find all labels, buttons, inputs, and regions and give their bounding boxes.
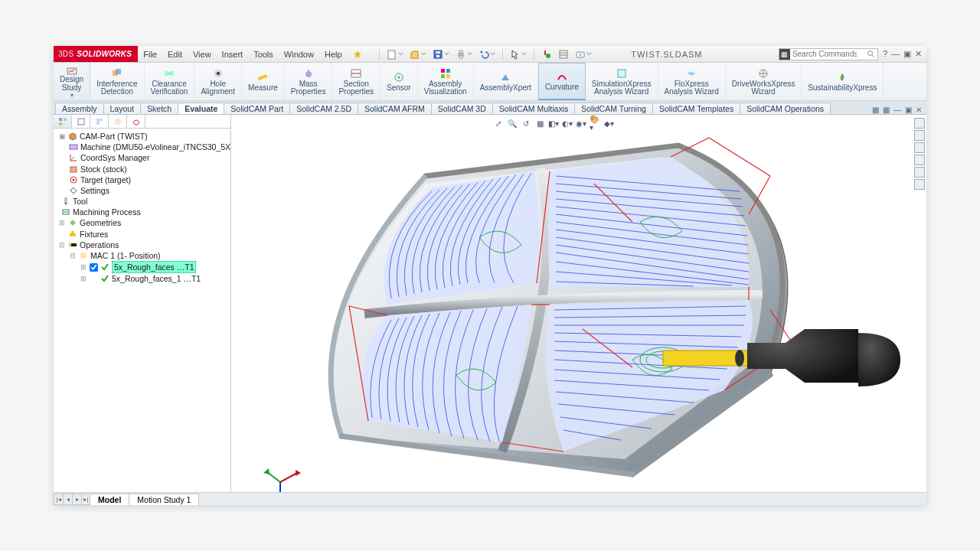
menu-help[interactable]: Help	[319, 50, 348, 59]
restore-icon[interactable]: ▣	[903, 49, 911, 59]
qat-open-icon[interactable]	[408, 48, 428, 60]
ribbon-interference[interactable]: InterferenceDetection	[90, 63, 144, 100]
menu-insert[interactable]: Insert	[217, 50, 249, 59]
tree-expander[interactable]: ⊞	[80, 274, 87, 283]
fm-tab-display[interactable]	[127, 115, 145, 128]
ribbon-assemblyxpert[interactable]: AssemblyXpert	[474, 63, 538, 100]
help-icon[interactable]: ?	[883, 49, 887, 59]
search-input[interactable]	[790, 50, 859, 58]
qat-capture-icon[interactable]	[573, 48, 593, 60]
ribbon-curvature[interactable]: Curvature	[538, 63, 586, 100]
search-commands-box[interactable]: ▦	[779, 48, 878, 60]
ribbon-hole[interactable]: HoleAlignment	[194, 63, 241, 100]
tree-op1-selected[interactable]: 5x_Rough_faces …T1	[112, 261, 196, 273]
menu-file[interactable]: File	[138, 50, 162, 59]
tree-tool[interactable]: Tool	[73, 196, 87, 207]
minimize-icon[interactable]: —	[891, 49, 900, 59]
tree-settings[interactable]: Settings	[80, 185, 109, 196]
qat-undo-icon[interactable]	[477, 48, 497, 60]
tree-expander[interactable]: ⊞	[58, 218, 66, 227]
tree-root[interactable]: CAM-Part (TWIST)	[80, 131, 148, 142]
tree-mprocess[interactable]: Machining Process	[73, 207, 141, 217]
panel-icon-3[interactable]: —	[893, 106, 901, 114]
svg-rect-4	[436, 51, 440, 54]
menu-edit[interactable]: Edit	[162, 50, 188, 59]
qat-save-icon[interactable]	[431, 48, 451, 60]
panel-icon-4[interactable]: ▣	[905, 106, 912, 114]
tab-solidcam-part[interactable]: SolidCAM Part	[224, 103, 290, 114]
bottom-tab-model[interactable]: Model	[90, 494, 129, 505]
ribbon-sensor[interactable]: Sensor	[381, 63, 418, 100]
fm-tab-dim[interactable]	[109, 115, 127, 128]
op-icon	[100, 262, 109, 272]
tree-expander[interactable]: ⊟	[58, 240, 66, 249]
close-icon[interactable]: ✕	[915, 49, 922, 59]
graphics-viewport[interactable]: ⤢ 🔍 ↺ ▦ ◧▾ ◐▾ ◉▾ 🎨▾ ◆▾	[231, 115, 926, 505]
svg-rect-45	[70, 145, 77, 149]
svg-rect-54	[70, 233, 76, 236]
ribbon-design-study[interactable]: DesignStudy ▾	[54, 63, 90, 100]
ribbon-measure[interactable]: Measure	[242, 63, 285, 100]
tab-solidcam-templates[interactable]: SolidCAM Templates	[652, 103, 740, 114]
fm-tab-config[interactable]	[90, 115, 109, 128]
ribbon-sustainabilityxpress[interactable]: SustainabilityXpress	[802, 63, 884, 100]
menu-star-icon[interactable]	[348, 50, 368, 59]
tab-assembly[interactable]: Assembly	[55, 103, 104, 114]
tree-geometries[interactable]: Geometries	[80, 217, 121, 228]
tab-evaluate[interactable]: Evaluate	[178, 103, 224, 114]
tab-layout[interactable]: Layout	[103, 103, 142, 114]
ribbon-driveworksxpress[interactable]: DriveWorksXpressWizard	[726, 63, 802, 100]
ribbon-floxpress[interactable]: FloXpressAnalysis Wizard	[658, 63, 726, 100]
qat-new-icon[interactable]	[385, 48, 405, 60]
tree-expander[interactable]: ⊟	[69, 251, 77, 260]
command-manager-tabs: AssemblyLayoutSketchEvaluateSolidCAM Par…	[54, 101, 926, 115]
tab-solidcam-turning[interactable]: SolidCAM Turning	[574, 103, 653, 114]
tree-operations[interactable]: Operations	[80, 240, 119, 250]
feature-tree[interactable]: ▣CAM-Part (TWIST) Machine (DMU50-eVoline…	[54, 129, 230, 286]
tab-sketch[interactable]: Sketch	[140, 103, 178, 114]
svg-line-65	[280, 473, 297, 482]
panel-icon-1[interactable]: ▦	[872, 106, 879, 114]
tree-coordsys[interactable]: CoordSys Manager	[80, 152, 149, 163]
tree-target[interactable]: Target (target)	[80, 174, 131, 185]
tab-solidcam-afrm[interactable]: SolidCAM AFRM	[358, 103, 432, 114]
panel-icon-2[interactable]: ▦	[883, 106, 890, 114]
tree-expander[interactable]: ⊞	[80, 262, 87, 272]
op1-checkbox[interactable]	[90, 263, 98, 272]
qat-select-icon[interactable]	[508, 48, 528, 60]
ribbon-clearance[interactable]: ClearanceVerification	[145, 63, 195, 100]
tab-solidcam-multiaxis[interactable]: SolidCAM Multiaxis	[492, 103, 575, 114]
qat-rebuild-icon[interactable]	[540, 48, 554, 60]
panel-close-icon[interactable]: ✕	[916, 106, 922, 114]
qat-options-icon[interactable]	[557, 48, 570, 60]
ribbon-simulationxpress[interactable]: SimulationXpressAnalysis Wizard	[586, 63, 658, 100]
tab-solidcam-2-5d[interactable]: SolidCAM 2.5D	[289, 103, 358, 114]
tree-fixtures[interactable]: Fixtures	[80, 229, 108, 240]
bottom-tab-motion-study[interactable]: Motion Study 1	[129, 494, 199, 505]
menu-window[interactable]: Window	[279, 50, 319, 59]
svg-rect-8	[459, 56, 462, 58]
tab-solidcam-3d[interactable]: SolidCAM 3D	[431, 103, 493, 114]
simx-icon	[616, 67, 628, 80]
svg-marker-68	[263, 468, 270, 474]
ribbon-mass[interactable]: MassProperties	[285, 63, 333, 100]
tree-mac1[interactable]: MAC 1 (1- Position)	[90, 250, 161, 261]
menu-view[interactable]: View	[188, 50, 217, 59]
tree-expander[interactable]: ▣	[58, 132, 66, 141]
svg-marker-53	[70, 220, 76, 226]
geom-icon	[68, 218, 77, 227]
menu-tools[interactable]: Tools	[248, 50, 279, 59]
tab-solidcam-operations[interactable]: SolidCAM Operations	[740, 103, 831, 114]
qat-print-icon[interactable]	[454, 48, 474, 60]
fm-tab-feature-tree[interactable]	[54, 115, 72, 128]
clearance-icon	[163, 67, 175, 80]
ribbon-assembly[interactable]: AssemblyVisualization	[418, 63, 474, 100]
tree-op2[interactable]: 5x_Rough_faces_1 …T1	[112, 273, 201, 284]
search-icon	[867, 50, 875, 58]
fm-tab-property[interactable]	[72, 115, 90, 128]
tree-stock[interactable]: Stock (stock)	[80, 164, 127, 174]
tree-machine[interactable]: Machine (DMU50-eVolinear_iTNCS30_5X-Sim)	[80, 142, 230, 152]
ribbon-section[interactable]: SectionProperties	[332, 63, 381, 100]
svg-rect-43	[78, 119, 84, 125]
main-area: ▣CAM-Part (TWIST) Machine (DMU50-eVoline…	[54, 115, 926, 505]
